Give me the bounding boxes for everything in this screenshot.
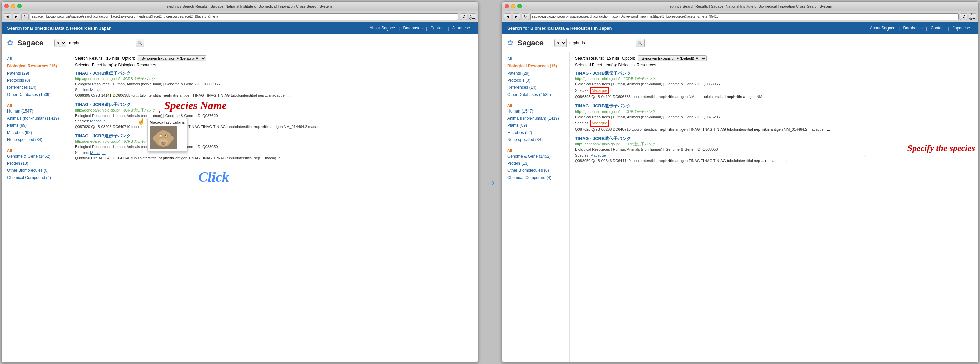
maximize-button[interactable] bbox=[17, 4, 22, 8]
window-title: nephritis Search Results | Sagace, Natio… bbox=[24, 5, 476, 8]
right-sidebar-bio-resources[interactable]: Biological Resources (15) bbox=[507, 63, 564, 69]
sidebar-protocols[interactable]: Protocols (0) bbox=[7, 77, 64, 83]
search-dropdown[interactable]: ▾ bbox=[54, 39, 67, 47]
right-result-title-3[interactable]: TINAG - JCRB遺伝子バンク bbox=[575, 136, 631, 141]
right-result-title-2[interactable]: TINAG - JCRB遺伝子バンク bbox=[575, 103, 631, 108]
sidebar-section-all: All bbox=[7, 103, 64, 107]
annotation-arrow: ← bbox=[157, 107, 165, 116]
left-nav-bar: Search for Biomedical Data & Resources i… bbox=[2, 22, 478, 34]
right-search-dropdown[interactable]: ▾ bbox=[554, 39, 566, 47]
right-sidebar-human[interactable]: Human (1547) bbox=[507, 108, 564, 114]
result-item-2: TINAG - JCRB遺伝子バンク http://genebank.nibio… bbox=[75, 102, 473, 130]
right-species-box-1[interactable]: Macaque bbox=[590, 87, 608, 94]
right-about-link[interactable]: About Sagace bbox=[867, 26, 898, 30]
right-sidebar-microbes[interactable]: Microbes (92) bbox=[507, 129, 564, 135]
result-meta-2: Biological Resources | Human, Animals (n… bbox=[75, 113, 473, 130]
right-sidebar-genome[interactable]: Genome & Gene (1452) bbox=[507, 153, 564, 159]
right-contact-link[interactable]: Contact bbox=[928, 26, 947, 30]
right-sidebar-patents[interactable]: Patents (29) bbox=[507, 70, 564, 76]
right-sidebar-protocols[interactable]: Protocols (0) bbox=[507, 77, 564, 83]
close-button[interactable] bbox=[5, 4, 9, 8]
right-result-item-1: TINAG - JCRB遺伝子バンク http://genebank.nibio… bbox=[575, 70, 973, 100]
right-results-count: 15 hits bbox=[606, 56, 619, 61]
right-nav-extra[interactable]: リーダー bbox=[969, 13, 976, 20]
sidebar-references[interactable]: References (14) bbox=[7, 84, 64, 91]
right-species-link-3[interactable]: Macaque bbox=[590, 153, 606, 157]
right-close-button[interactable] bbox=[504, 4, 509, 8]
nav-extra[interactable]: リーダー bbox=[469, 13, 476, 20]
right-logo-bar: ✿ Sagace ▾ 🔍 bbox=[502, 34, 978, 52]
go-button[interactable]: C bbox=[460, 13, 467, 20]
right-sidebar-none-specified[interactable]: None specified (34) bbox=[507, 137, 564, 143]
minimize-button[interactable] bbox=[11, 4, 15, 8]
right-sidebar-animals[interactable]: Animals (non-human) (1419) bbox=[507, 115, 564, 121]
result-meta-1: Biological Resources | Human, Animals (n… bbox=[75, 81, 473, 98]
svg-point-15 bbox=[170, 136, 174, 141]
right-sidebar-plants[interactable]: Plants (89) bbox=[507, 122, 564, 129]
right-japanese-link[interactable]: Japanese bbox=[950, 26, 973, 30]
japanese-link[interactable]: Japanese bbox=[450, 26, 473, 30]
databases-link[interactable]: Databases bbox=[400, 26, 425, 30]
right-sidebar-protein[interactable]: Protein (13) bbox=[507, 160, 564, 167]
result-title-3[interactable]: TINAG - JCRB遺伝子バンク bbox=[75, 133, 131, 138]
right-species-label-3: Species: bbox=[575, 153, 590, 157]
right-option-dropdown[interactable]: Synonym Expansion + (Default) ▼ bbox=[638, 55, 706, 61]
sidebar-plants[interactable]: Plants (89) bbox=[7, 122, 64, 129]
right-browser-window: nephritis Search Results | Sagace, Natio… bbox=[501, 2, 978, 362]
result-title-2[interactable]: TINAG - JCRB遺伝子バンク bbox=[75, 102, 131, 107]
sidebar-patents[interactable]: Patents (29) bbox=[7, 70, 64, 76]
species-link-1[interactable]: Macaque bbox=[90, 88, 105, 92]
nav-links: About Sagace | Databases | Contact | Jap… bbox=[367, 26, 473, 31]
right-maximize-button[interactable] bbox=[517, 4, 522, 8]
right-forward-button[interactable]: ▶ bbox=[513, 13, 520, 20]
right-back-button[interactable]: ◀ bbox=[504, 13, 511, 20]
sidebar-biomolecules[interactable]: Other Biomolecules (0) bbox=[7, 167, 64, 173]
right-main-content: All Biological Resources (15) Patents (2… bbox=[502, 52, 978, 362]
sidebar-human[interactable]: Human (1547) bbox=[7, 108, 64, 114]
right-result-title-1[interactable]: TINAG - JCRB遺伝子バンク bbox=[575, 70, 631, 76]
right-species-box-2[interactable]: Macaque bbox=[590, 120, 608, 127]
annotation-click: Click bbox=[198, 169, 229, 185]
sidebar-none-specified[interactable]: None specified (34) bbox=[7, 137, 64, 143]
right-option-label: Option: bbox=[622, 56, 635, 61]
about-link[interactable]: About Sagace bbox=[367, 26, 398, 30]
right-refresh-button[interactable]: ↻ bbox=[522, 13, 529, 20]
right-sidebar-other-db[interactable]: Other Databases (1539) bbox=[507, 92, 564, 98]
sidebar-genome[interactable]: Genome & Gene (1452) bbox=[7, 153, 64, 159]
right-minimize-button[interactable] bbox=[511, 4, 515, 8]
svg-point-12 bbox=[162, 142, 163, 143]
sidebar-bio-resources[interactable]: Biological Resources (15) bbox=[7, 63, 64, 69]
right-sidebar-all[interactable]: All bbox=[507, 56, 564, 62]
sidebar-microbes[interactable]: Microbes (92) bbox=[7, 129, 64, 135]
right-sidebar-section-all: All bbox=[507, 103, 564, 107]
url-field[interactable] bbox=[30, 13, 458, 20]
sidebar-protein[interactable]: Protein (13) bbox=[7, 160, 64, 167]
result-url-1: http://genebank.nibio.go.jp/ JCRB遺伝子バンク bbox=[75, 76, 156, 81]
refresh-button[interactable]: ↻ bbox=[21, 13, 29, 20]
sidebar-animals[interactable]: Animals (non-human) (1419) bbox=[7, 115, 64, 121]
right-databases-link[interactable]: Databases bbox=[900, 26, 925, 30]
search-button[interactable]: 🔍 bbox=[135, 39, 144, 47]
option-dropdown[interactable]: Synonym Expansion + (Default) ▼ bbox=[138, 55, 206, 61]
right-search-input[interactable] bbox=[567, 39, 635, 47]
selected-facet: Selected Facet Item(s): Biological Resou… bbox=[75, 63, 473, 67]
right-go-button[interactable]: C bbox=[960, 13, 967, 20]
right-result-item-2: TINAG - JCRB遺伝子バンク http://genebank.nibio… bbox=[575, 103, 973, 132]
species-link-2[interactable]: Macaque bbox=[90, 119, 105, 123]
right-sidebar-chemical[interactable]: Chemical Compound (4) bbox=[507, 175, 564, 181]
species-link-3[interactable]: Macaque bbox=[90, 151, 105, 154]
sidebar-all[interactable]: All bbox=[7, 56, 64, 62]
forward-button[interactable]: ▶ bbox=[13, 13, 20, 20]
right-search-button[interactable]: 🔍 bbox=[636, 39, 644, 47]
contact-link[interactable]: Contact bbox=[428, 26, 447, 30]
back-button[interactable]: ◀ bbox=[4, 13, 11, 20]
sidebar-chemical[interactable]: Chemical Compound (4) bbox=[7, 175, 64, 181]
right-url-field[interactable] bbox=[530, 13, 959, 20]
right-sidebar-references[interactable]: References (14) bbox=[507, 84, 564, 91]
svg-point-14 bbox=[153, 136, 156, 141]
sidebar-other-db[interactable]: Other Databases (1539) bbox=[7, 92, 64, 98]
right-search-results-label: Search Results: bbox=[575, 56, 604, 61]
search-input[interactable] bbox=[67, 39, 135, 47]
right-sidebar-biomolecules[interactable]: Other Biomolecules (0) bbox=[507, 167, 564, 173]
result-title-1[interactable]: TINAG - JCRB遺伝子バンク bbox=[75, 70, 131, 76]
